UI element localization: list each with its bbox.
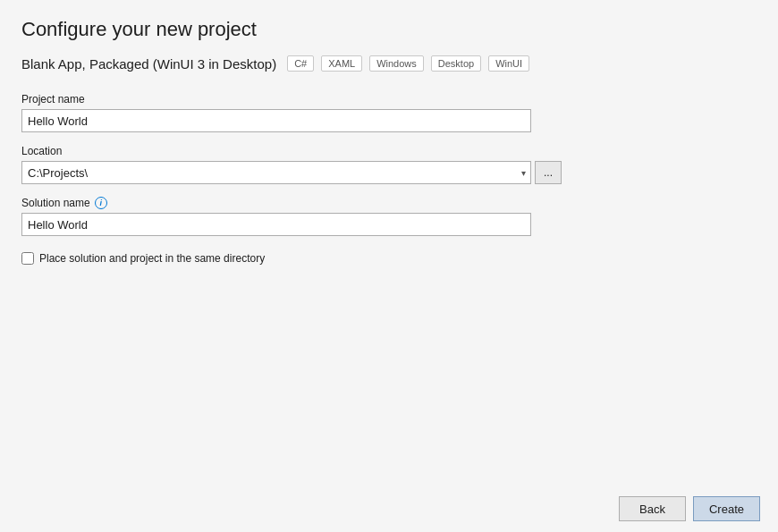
- same-directory-label[interactable]: Place solution and project in the same d…: [39, 252, 265, 265]
- back-button[interactable]: Back: [619, 496, 686, 521]
- browse-button[interactable]: ...: [535, 161, 562, 184]
- same-directory-checkbox[interactable]: [21, 252, 34, 265]
- spacer: [21, 265, 757, 514]
- project-name-group: Project name: [21, 93, 757, 132]
- bottom-bar: Back Create: [0, 486, 778, 532]
- location-select-wrapper: C:\Projects\ ▾: [21, 161, 531, 184]
- subtitle-text: Blank App, Packaged (WinUI 3 in Desktop): [21, 56, 276, 72]
- tag-csharp: C#: [287, 55, 314, 72]
- project-name-input[interactable]: [21, 109, 531, 132]
- subtitle-row: Blank App, Packaged (WinUI 3 in Desktop)…: [21, 55, 757, 72]
- info-icon: i: [95, 197, 107, 209]
- location-label: Location: [21, 145, 757, 157]
- location-group: Location C:\Projects\ ▾ ...: [21, 145, 757, 184]
- same-directory-row: Place solution and project in the same d…: [21, 252, 757, 265]
- page-container: Configure your new project Blank App, Pa…: [0, 0, 778, 532]
- project-name-label: Project name: [21, 93, 757, 106]
- tag-windows: Windows: [369, 55, 424, 72]
- solution-name-label: Solution name i: [21, 197, 757, 209]
- location-row: C:\Projects\ ▾ ...: [21, 161, 757, 184]
- solution-name-group: Solution name i: [21, 197, 757, 236]
- create-button[interactable]: Create: [693, 496, 760, 521]
- page-title: Configure your new project: [21, 18, 757, 41]
- form-section: Project name Location C:\Projects\ ▾ ...…: [21, 93, 757, 265]
- tag-desktop: Desktop: [431, 55, 481, 72]
- tag-xaml: XAML: [321, 55, 362, 72]
- solution-name-input[interactable]: [21, 213, 531, 236]
- tag-winui: WinUI: [488, 55, 529, 72]
- location-select[interactable]: C:\Projects\: [21, 161, 531, 184]
